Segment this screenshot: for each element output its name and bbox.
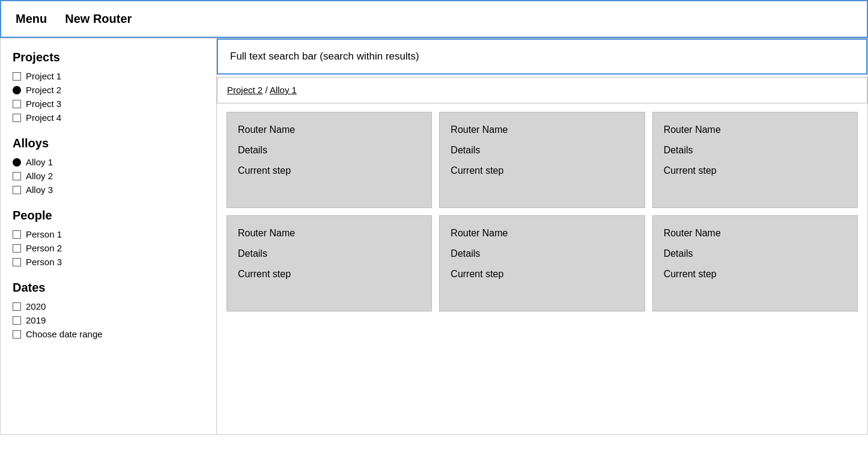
sidebar-item-label: 2019 [26,315,46,325]
router-card-0[interactable]: Router Name Details Current step [226,112,432,208]
router-card-details-1: Details [451,145,633,156]
checkbox-icon [13,316,21,325]
search-placeholder: Full text search bar (search within resu… [230,51,419,62]
router-card-1[interactable]: Router Name Details Current step [439,112,645,208]
sidebar-item-project3[interactable]: Project 3 [13,97,204,111]
router-card-step-1: Current step [451,165,633,176]
sidebar-item-date-range[interactable]: Choose date range [13,327,204,341]
checkbox-icon [13,186,21,194]
cards-grid: Router Name Details Current step Router … [217,106,867,321]
router-card-name-4: Router Name [451,228,633,239]
sidebar-item-label: Choose date range [26,329,103,339]
sidebar-item-label: Alloy 1 [26,157,53,167]
router-card-step-5: Current step [664,269,846,280]
sidebar-item-label: Person 1 [26,229,62,239]
sidebar-item-project4[interactable]: Project 4 [13,111,204,124]
search-bar[interactable]: Full text search bar (search within resu… [217,38,867,75]
menu-button[interactable]: Menu [16,12,47,26]
checkbox-icon-checked [13,86,21,94]
sidebar-item-label: Alloy 2 [26,171,53,181]
sidebar-item-label: Project 2 [26,85,61,95]
router-card-name-3: Router Name [238,228,420,239]
router-card-name-1: Router Name [451,124,633,135]
router-card-name-2: Router Name [664,124,846,135]
checkbox-icon [13,330,21,339]
router-card-name-5: Router Name [664,228,846,239]
sidebar: Projects Project 1 Project 2 Project 3 P… [1,38,217,434]
sidebar-item-project2[interactable]: Project 2 [13,83,204,97]
sidebar-item-label: Project 1 [26,71,61,81]
router-card-details-3: Details [238,248,420,259]
sidebar-item-project1[interactable]: Project 1 [13,69,204,83]
sidebar-item-alloy1[interactable]: Alloy 1 [13,155,204,169]
router-card-3[interactable]: Router Name Details Current step [226,215,432,311]
sidebar-item-person3[interactable]: Person 3 [13,255,204,269]
sidebar-item-person2[interactable]: Person 2 [13,241,204,255]
router-card-details-0: Details [238,145,420,156]
router-card-2[interactable]: Router Name Details Current step [652,112,858,208]
checkbox-icon [13,244,21,253]
breadcrumb: Project 2 / Alloy 1 [227,85,297,95]
router-card-4[interactable]: Router Name Details Current step [439,215,645,311]
checkbox-icon-checked [13,158,21,167]
sidebar-people-title: People [13,209,204,222]
checkbox-icon [13,114,21,122]
page-title: New Router [65,12,132,26]
checkbox-icon [13,230,21,239]
breadcrumb-area: Project 2 / Alloy 1 [217,77,867,103]
content-area: Full text search bar (search within resu… [217,38,867,434]
router-card-details-5: Details [664,248,846,259]
sidebar-item-alloy3[interactable]: Alloy 3 [13,183,204,197]
router-card-name-0: Router Name [238,124,420,135]
checkbox-icon [13,258,21,266]
router-card-5[interactable]: Router Name Details Current step [652,215,858,311]
breadcrumb-alloy[interactable]: Alloy 1 [270,85,297,95]
sidebar-item-label: Project 3 [26,99,61,109]
router-card-step-4: Current step [451,269,633,280]
router-card-details-4: Details [451,248,633,259]
main-layout: Projects Project 1 Project 2 Project 3 P… [0,38,868,435]
sidebar-item-date2019[interactable]: 2019 [13,313,204,327]
sidebar-item-label: Project 4 [26,112,61,123]
sidebar-item-label: Person 3 [26,257,62,267]
sidebar-item-label: Alloy 3 [26,185,53,195]
breadcrumb-project[interactable]: Project 2 [227,85,263,95]
checkbox-icon [13,72,21,81]
checkbox-icon [13,302,21,311]
sidebar-alloys-title: Alloys [13,136,204,150]
router-card-step-2: Current step [664,165,846,176]
checkbox-icon [13,100,21,108]
sidebar-dates-title: Dates [13,281,204,295]
sidebar-item-person1[interactable]: Person 1 [13,227,204,241]
router-card-step-3: Current step [238,269,420,280]
sidebar-projects-title: Projects [13,51,204,64]
sidebar-item-date2020[interactable]: 2020 [13,299,204,313]
checkbox-icon [13,172,21,180]
header: Menu New Router [0,0,868,38]
router-card-step-0: Current step [238,165,420,176]
sidebar-item-label: Person 2 [26,243,62,253]
sidebar-item-label: 2020 [26,301,46,311]
router-card-details-2: Details [664,145,846,156]
sidebar-item-alloy2[interactable]: Alloy 2 [13,169,204,183]
